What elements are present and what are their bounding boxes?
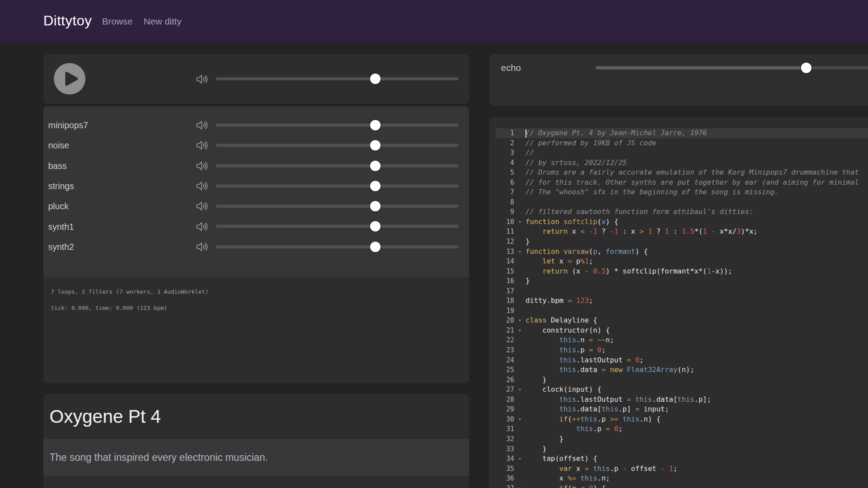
ditty-title: Oxygene Pt 4 (43, 394, 469, 439)
track-volume-slider[interactable] (216, 221, 459, 232)
line-number: 10 (496, 217, 514, 227)
code-line[interactable]: 33 } (496, 444, 868, 454)
fold-gutter (514, 276, 526, 286)
line-number: 6 (496, 178, 514, 188)
code-line[interactable]: 35 var x = this.p - offset - 1; (496, 464, 868, 474)
code-text (526, 286, 868, 296)
fold-gutter (514, 365, 526, 375)
volume-icon[interactable] (196, 140, 209, 151)
volume-icon[interactable] (196, 119, 209, 131)
slider-thumb[interactable] (370, 140, 381, 151)
fold-gutter (514, 404, 526, 414)
dittytoy-logo[interactable]: Dittytoy (43, 13, 92, 29)
code-line[interactable]: 8 (496, 197, 868, 207)
code-line[interactable]: 29 this.data[this.p] = input; (496, 404, 868, 414)
track-volume-slider[interactable] (216, 181, 459, 191)
code-line[interactable]: 14 let x = p%1; (496, 256, 868, 267)
code-line[interactable]: 15 return (x - 0.5) * softclip(formant*x… (496, 267, 868, 277)
chevron-down-icon[interactable]: ▾ (514, 316, 526, 326)
line-number: 3 (496, 148, 514, 158)
fold-gutter (514, 444, 526, 454)
chevron-down-icon[interactable]: ▾ (514, 484, 526, 488)
fold-gutter (514, 187, 526, 197)
slider-thumb[interactable] (370, 181, 381, 191)
slider-thumb[interactable] (370, 161, 381, 171)
track-volume-slider[interactable] (216, 140, 459, 151)
code-text: tap(offset) { (526, 454, 868, 464)
status-tick: tick: 0.000, time: 0.000 (123 bpm) (51, 305, 167, 311)
chevron-down-icon[interactable]: ▾ (514, 217, 526, 227)
volume-icon[interactable] (196, 221, 209, 232)
chevron-down-icon[interactable]: ▾ (514, 414, 526, 425)
code-line[interactable]: 22 this.n = ~~n; (496, 335, 868, 345)
master-volume-slider[interactable] (216, 74, 459, 84)
chevron-down-icon[interactable]: ▾ (514, 247, 526, 257)
echo-slider[interactable] (596, 63, 868, 73)
slider-thumb[interactable] (370, 74, 381, 84)
volume-icon[interactable] (196, 160, 209, 172)
slider-thumb[interactable] (370, 201, 381, 211)
line-number: 23 (496, 345, 514, 355)
volume-icon[interactable] (196, 200, 209, 212)
track-volume-slider[interactable] (216, 120, 459, 130)
play-button[interactable] (54, 63, 85, 95)
code-line[interactable]: 25 this.data = new Float32Array(n); (496, 365, 868, 375)
slider-thumb[interactable] (801, 63, 812, 73)
code-line[interactable]: 26 } (496, 375, 868, 385)
code-line[interactable]: 19 (496, 306, 868, 316)
fold-gutter (514, 464, 526, 474)
code-line[interactable]: 11 return x < -1 ? -1 : x > 1 ? 1 : 1.5*… (496, 227, 868, 237)
code-line[interactable]: 34▾ tap(offset) { (496, 454, 868, 464)
code-line[interactable]: 23 this.p = 0; (496, 345, 868, 355)
fold-gutter (514, 197, 526, 207)
code-text: } (526, 375, 868, 385)
code-line[interactable]: 3// (496, 148, 868, 158)
code-line[interactable]: 24 this.lastOutput = 0; (496, 355, 868, 365)
code-line[interactable]: 18ditty.bpm = 123; (496, 296, 868, 306)
nav-browse[interactable]: Browse (102, 16, 133, 27)
line-number: 13 (496, 247, 514, 257)
volume-icon[interactable] (196, 180, 209, 192)
code-line[interactable]: 27▾ clock(input) { (496, 385, 868, 395)
code-line[interactable]: 20▾class Delayline { (496, 316, 868, 326)
code-line[interactable]: 7// The "whoosh" sfx in the beginning of… (496, 187, 868, 197)
chevron-down-icon[interactable]: ▾ (514, 385, 526, 395)
code-line[interactable]: 5// Drums are a fairly accurate emulatio… (496, 168, 868, 178)
code-line[interactable]: 37▾ if(x < 0) { (496, 484, 868, 488)
code-line[interactable]: 28 this.lastOutput = this.data[this.p]; (496, 395, 868, 405)
code-line[interactable]: 30▾ if(++this.p >= this.n) { (496, 414, 868, 425)
track-row: bass (43, 156, 469, 176)
fold-gutter (514, 355, 526, 365)
code-line[interactable]: 2// performed by 19KB of JS code (496, 138, 868, 148)
code-line[interactable]: 12} (496, 237, 868, 247)
slider-thumb[interactable] (370, 242, 381, 252)
code-line[interactable]: 13▾function varsaw(p, formant) { (496, 247, 868, 257)
volume-icon[interactable] (196, 74, 209, 85)
code-line[interactable]: 1// Oxygene Pt. 4 by Jean-Michel Jarre, … (496, 128, 868, 138)
track-volume-slider[interactable] (216, 161, 459, 171)
code-line[interactable]: 6// for this track. Other synths are put… (496, 178, 868, 188)
code-line[interactable]: 10▾function softclip(x) { (496, 217, 868, 227)
code-line[interactable]: 36 x %= this.n; (496, 474, 868, 484)
slider-thumb[interactable] (370, 221, 381, 232)
chevron-down-icon[interactable]: ▾ (514, 454, 526, 464)
slider-track (216, 124, 459, 127)
slider-thumb[interactable] (370, 120, 381, 130)
track-volume-slider[interactable] (216, 201, 459, 211)
code-line[interactable]: 4// by srtuss, 2022/12/25 (496, 158, 868, 168)
track-volume-slider[interactable] (216, 242, 459, 252)
code-line[interactable]: 17 (496, 286, 868, 296)
code-text: } (526, 444, 868, 454)
code-line[interactable]: 31 this.p = 0; (496, 424, 868, 434)
code-line[interactable]: 16} (496, 276, 868, 286)
fold-gutter (514, 207, 526, 217)
nav-new-ditty[interactable]: New ditty (144, 16, 181, 27)
code-line[interactable]: 32 } (496, 434, 868, 444)
slider-track (216, 245, 459, 248)
slider-track (216, 144, 459, 147)
volume-icon[interactable] (196, 241, 209, 253)
chevron-down-icon[interactable]: ▾ (514, 326, 526, 336)
code-line[interactable]: 9// filtered sawtooth function form athi… (496, 207, 868, 217)
code-line[interactable]: 21▾ constructor(n) { (496, 326, 868, 336)
code-editor[interactable]: 1// Oxygene Pt. 4 by Jean-Michel Jarre, … (489, 117, 868, 488)
